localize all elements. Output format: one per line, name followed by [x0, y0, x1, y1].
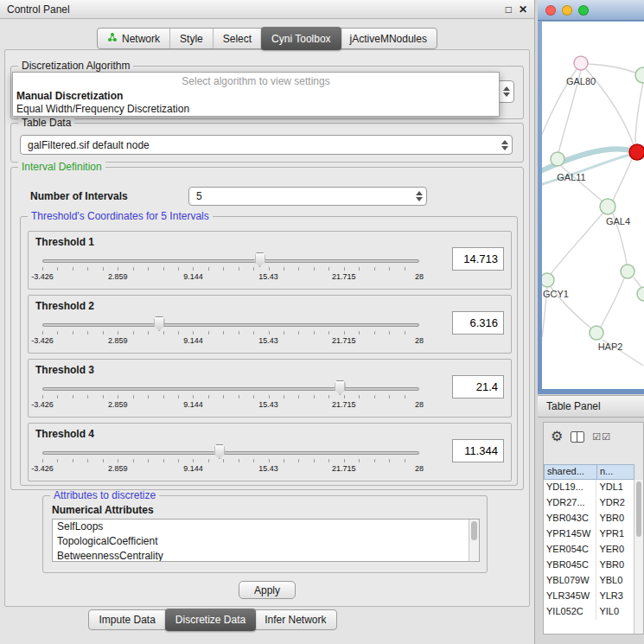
- table-cell: YDR27...: [544, 495, 596, 511]
- selected-red-node[interactable]: [629, 144, 644, 160]
- network-node[interactable]: [621, 265, 634, 278]
- dropdown-option-equal-width[interactable]: Equal Width/Frequency Discretization: [13, 103, 499, 116]
- threshold-2-group: Threshold 2 -3.426 2.859 9.144 15.43: [28, 295, 512, 354]
- network-node[interactable]: [635, 67, 644, 83]
- attributes-scrollbar[interactable]: [469, 520, 479, 561]
- table-row[interactable]: YBL079W YBL0: [544, 573, 634, 589]
- slider-track[interactable]: [42, 323, 419, 327]
- float-icon[interactable]: □: [506, 3, 512, 16]
- scale-tick-label: 2.859: [108, 336, 128, 345]
- tab-discretize-data[interactable]: Discretize Data: [165, 609, 256, 631]
- network-canvas[interactable]: GAL80 GAL11 GAL4 GCY1 HAP2: [542, 22, 644, 389]
- dropdown-option-manual[interactable]: Manual Discretization: [13, 90, 499, 103]
- table-row[interactable]: YIL052C YIL0: [544, 604, 634, 620]
- column-header[interactable]: shared...: [544, 464, 597, 480]
- control-panel-titlebar: Control Panel □ ✕: [0, 0, 534, 19]
- scale-tick-label: 21.715: [332, 400, 356, 409]
- tab-jactivemnodules[interactable]: jActiveMNodules: [341, 29, 437, 48]
- table-cell: YPR145W: [544, 526, 596, 542]
- slider-ticks: [42, 459, 419, 462]
- scale-tick-label: -3.426: [31, 272, 54, 281]
- threshold-2-value[interactable]: [452, 311, 504, 335]
- table-data-combo[interactable]: galFiltered.sif default node: [20, 135, 513, 155]
- table-cell: YBR045C: [544, 558, 596, 573]
- num-intervals-label: Number of Intervals: [30, 190, 128, 202]
- tab-label: Select: [223, 33, 252, 45]
- attributes-list: SelfLoops TopologicalCoefficient Between…: [52, 519, 480, 562]
- threshold-4-slider[interactable]: -3.426 2.859 9.144 15.43 21.715 28: [35, 443, 426, 479]
- table-row[interactable]: YER054C YER0: [544, 542, 634, 558]
- minimize-traffic-icon[interactable]: [562, 5, 572, 16]
- network-node[interactable]: [574, 56, 588, 70]
- table-scrollbar[interactable]: [634, 480, 643, 634]
- network-node[interactable]: [590, 326, 603, 340]
- slider-track[interactable]: [42, 451, 419, 455]
- column-header[interactable]: n...: [597, 464, 634, 480]
- slider-thumb[interactable]: [214, 444, 225, 459]
- top-tabbar: Network Style Select Cyni Toolbox jActiv…: [0, 28, 534, 49]
- table-body: YDL19... YDL1 YDR27... YDR2 YBR043C YBR0…: [544, 480, 634, 634]
- table-cell: YBR0: [596, 558, 634, 573]
- table-panel-title: Table Panel: [546, 400, 601, 412]
- threshold-3-value[interactable]: [452, 375, 504, 399]
- scrollbar-thumb[interactable]: [471, 521, 477, 540]
- scrollbar-thumb[interactable]: [636, 481, 641, 537]
- apply-button[interactable]: Apply: [239, 581, 296, 599]
- tab-cyni-toolbox[interactable]: Cyni Toolbox: [261, 27, 341, 50]
- network-graph: GAL80 GAL11 GAL4 GCY1 HAP2: [542, 22, 644, 389]
- slider-thumb[interactable]: [254, 252, 265, 267]
- threshold-3-slider[interactable]: -3.426 2.859 9.144 15.43 21.715 28: [35, 379, 426, 415]
- threshold-1-value[interactable]: [452, 247, 504, 271]
- threshold-4-value[interactable]: [452, 439, 504, 462]
- list-item[interactable]: SelfLoops: [53, 520, 469, 534]
- close-icon[interactable]: ✕: [519, 3, 527, 16]
- threshold-2-slider[interactable]: -3.426 2.859 9.144 15.43 21.715 28: [35, 315, 426, 351]
- table-row[interactable]: YLR345W YLR3: [544, 589, 634, 604]
- network-window-titlebar[interactable]: [538, 0, 644, 21]
- table-row[interactable]: YBR045C YBR0: [544, 558, 634, 573]
- list-item[interactable]: TopologicalCoefficient: [53, 534, 469, 549]
- table-row[interactable]: YBR043C YBR0: [544, 511, 634, 526]
- table-data-group: Table Data galFiltered.sif default node: [10, 123, 524, 163]
- list-item[interactable]: BetweennessCentrality: [53, 549, 469, 562]
- table-cell: YBR0: [596, 511, 634, 526]
- checkbox-filter-icons[interactable]: ☑☑: [592, 431, 611, 443]
- table-cell: YLR3: [596, 589, 634, 604]
- slider-thumb[interactable]: [335, 380, 346, 395]
- num-intervals-combo[interactable]: 5: [188, 187, 427, 206]
- slider-track[interactable]: [42, 259, 419, 263]
- close-traffic-icon[interactable]: [545, 5, 556, 16]
- table-header-row: shared... n...: [544, 464, 643, 480]
- scale-tick-label: -3.426: [31, 336, 54, 345]
- slider-thumb[interactable]: [154, 316, 165, 331]
- node-label: GAL80: [566, 76, 596, 86]
- network-node[interactable]: [600, 199, 615, 214]
- tab-style[interactable]: Style: [170, 29, 214, 48]
- table-cell: YBL079W: [544, 573, 596, 589]
- slider-scale: -3.426 2.859 9.144 15.43 21.715 28: [42, 400, 419, 411]
- tab-infer-network[interactable]: Infer Network: [255, 610, 335, 629]
- scale-tick-label: 28: [415, 464, 424, 473]
- table-row[interactable]: YDL19... YDL1: [544, 480, 634, 495]
- threshold-1-slider[interactable]: -3.426 2.859 9.144 15.43 21.715 28: [35, 251, 426, 287]
- column-selector-icon[interactable]: [571, 431, 584, 443]
- tab-impute-data[interactable]: Impute Data: [89, 610, 165, 629]
- slider-track[interactable]: [42, 387, 419, 391]
- table-row[interactable]: YPR145W YPR1: [544, 526, 634, 542]
- network-node[interactable]: [542, 273, 554, 287]
- slider-ticks: [42, 395, 419, 399]
- tab-label: Style: [180, 33, 203, 45]
- gear-icon[interactable]: ⚙: [551, 430, 563, 443]
- attributes-group-title: Attributes to discretize: [50, 490, 159, 501]
- table-cell: YDL19...: [544, 480, 596, 495]
- zoom-traffic-icon[interactable]: [578, 5, 589, 16]
- network-node[interactable]: [637, 287, 644, 301]
- tab-select[interactable]: Select: [214, 29, 262, 48]
- scale-tick-label: 21.715: [332, 336, 356, 345]
- top-tabs: Network Style Select Cyni Toolbox jActiv…: [97, 28, 437, 49]
- scale-tick-label: 9.144: [183, 400, 203, 409]
- table-row[interactable]: YDR27... YDR2: [544, 495, 634, 511]
- interval-definition-title: Interval Definition: [18, 162, 105, 173]
- tab-network[interactable]: Network: [98, 29, 170, 48]
- network-node[interactable]: [551, 152, 564, 166]
